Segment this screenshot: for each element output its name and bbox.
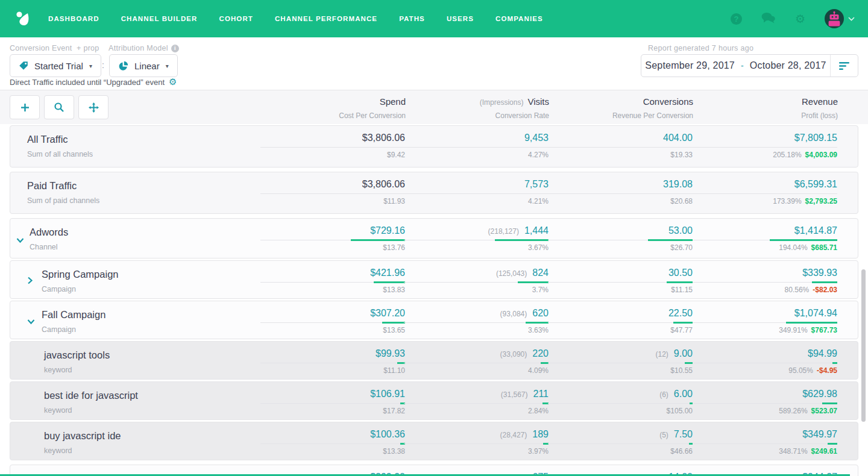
table-row-best-ide-for-javascript[interactable]: best ide for javascript keyword $106.91 … — [10, 381, 858, 420]
nav-item-channel-performance[interactable]: CHANNEL PERFORMANCE — [275, 15, 377, 22]
row-subtitle: Campaign — [42, 285, 119, 293]
row-title: best ide for javascript — [44, 390, 138, 401]
table-row-all-traffic[interactable]: All Traffic Sum of all channels $3,806.0… — [10, 125, 858, 168]
row-title: Spring Campaign — [42, 269, 119, 280]
table-row-spring-campaign[interactable]: Spring Campaign Campaign $421.96 $13.83 … — [10, 260, 858, 299]
move-icon — [89, 102, 99, 113]
nav-item-paths[interactable]: PATHS — [399, 15, 425, 22]
row-subtitle: keyword — [44, 446, 121, 455]
visits-cell: (125,043)824 3.7% — [404, 268, 549, 294]
chevron-down-icon[interactable] — [16, 235, 24, 246]
info-icon[interactable]: i — [171, 45, 179, 52]
search-icon — [54, 102, 64, 112]
pie-chart-icon — [118, 61, 128, 71]
nav-item-dashboard[interactable]: DASHBOARD — [48, 15, 99, 22]
add-prop-link[interactable]: + prop — [77, 44, 99, 52]
avatar[interactable] — [825, 9, 844, 28]
attribution-model-value: Linear — [134, 61, 160, 71]
chevron-down-icon: ▾ — [166, 63, 169, 69]
visits-cell: (28,427)189 3.97% — [404, 429, 549, 456]
table-row-javascript-tools[interactable]: javascript tools keyword $99.93 $11.10 (… — [10, 341, 858, 380]
revenue-cell: $1,074.94 349.91%$767.73 — [693, 308, 837, 334]
chevron-down-icon: ▾ — [89, 63, 92, 69]
revenue-cell: $1,414.87 194.04%$685.71 — [693, 225, 837, 252]
spend-cell: $100.36 $13.38 — [260, 429, 405, 456]
nav-item-channel-builder[interactable]: CHANNEL BUILDER — [121, 15, 198, 22]
conversions-cell: 22.50 $47.77 — [548, 308, 693, 334]
help-icon[interactable]: ? — [731, 13, 742, 25]
chat-icon[interactable] — [761, 12, 776, 26]
conversions-cell: 404.00 $19.33 — [548, 133, 693, 159]
date-range-text: September 29, 2017-October 28, 2017 — [641, 60, 830, 71]
visits-cell: (218,127)1,444 3.67% — [404, 225, 549, 252]
conversions-cell: 30.50 $11.15 — [548, 268, 693, 294]
attribution-logo[interactable] — [13, 8, 34, 29]
move-button[interactable] — [78, 95, 108, 119]
nav-menu: DASHBOARD CHANNEL BUILDER COHORT CHANNEL… — [48, 15, 543, 22]
row-subtitle: Channel — [30, 243, 68, 251]
header-revenue[interactable]: Revenue Profit (loss) — [693, 96, 838, 120]
nav-item-cohort[interactable]: COHORT — [219, 15, 253, 22]
header-spend[interactable]: Spend Cost Per Conversion — [261, 96, 406, 120]
conversions-cell: (5)7.50 $46.66 — [548, 429, 693, 456]
conversion-event-value: Started Trial — [34, 61, 83, 71]
date-filter-icon[interactable] — [830, 55, 858, 77]
revenue-cell: $94.99 95.05%-$4.95 — [693, 348, 837, 375]
attribution-model-label: Attribution Modeli — [108, 44, 179, 52]
row-subtitle: Campaign — [42, 325, 105, 334]
row-title: Adwords — [30, 227, 68, 238]
chevron-down-icon[interactable] — [848, 17, 855, 21]
revenue-cell: $349.97 348.71%$249.61 — [693, 429, 837, 456]
visits-cell: (33,090)220 4.09% — [404, 348, 549, 375]
nav-item-companies[interactable]: COMPANIES — [495, 15, 543, 22]
note-gear-icon[interactable]: ⚙ — [169, 78, 177, 87]
row-subtitle: Sum of paid channels — [27, 196, 99, 205]
visits-cell: (31,567)211 2.84% — [404, 389, 549, 415]
tag-icon — [19, 61, 28, 70]
table-row-buy-javascript-ide[interactable]: buy javascript ide keyword $100.36 $13.3… — [10, 422, 858, 460]
spend-cell: $99.93 $11.10 — [260, 348, 405, 375]
conversion-event-dropdown[interactable]: Started Trial ▾ — [10, 54, 101, 77]
plus-icon — [20, 103, 30, 112]
spend-cell: $3,806.06 $9.42 — [260, 133, 405, 159]
spend-cell: $421.96 $13.83 — [260, 268, 405, 294]
conversions-cell: (6)6.00 $105.00 — [548, 389, 693, 415]
search-button[interactable] — [44, 95, 74, 119]
row-title: Paid Traffic — [27, 180, 99, 192]
spend-cell: $729.16 $13.76 — [260, 225, 405, 252]
header-conversions[interactable]: Conversions Revenue Per Conversion — [549, 96, 693, 120]
conversion-event-label: Conversion Event + prop — [10, 44, 99, 52]
conversions-cell: 53.00 $26.70 — [548, 225, 693, 252]
revenue-cell: $7,809.15 205.18%$4,003.09 — [693, 133, 837, 159]
spend-cell: $106.91 $17.82 — [260, 389, 405, 415]
settings-gear-icon[interactable]: ⚙ — [795, 13, 805, 25]
report-generated-label: Report generated 7 hours ago — [648, 44, 753, 52]
visits-cell: 7,573 4.21% — [404, 179, 549, 205]
revenue-cell: $339.93 80.56%-$82.03 — [693, 268, 837, 294]
table-header-strip: Spend Cost Per Conversion (Impressions)V… — [0, 90, 868, 124]
table-row-adwords[interactable]: Adwords Channel $729.16 $13.76 (218,127)… — [10, 218, 858, 258]
date-range-picker[interactable]: September 29, 2017-October 28, 2017 — [641, 54, 858, 77]
table-row-paid-traffic[interactable]: Paid Traffic Sum of paid channels $3,806… — [10, 172, 858, 214]
chevron-down-icon[interactable] — [27, 316, 35, 327]
chevron-right-icon[interactable] — [27, 276, 33, 287]
table-row-fall-campaign[interactable]: Fall Campaign Campaign $307.20 $13.65 (9… — [10, 301, 858, 339]
revenue-cell: $6,599.31 173.39%$2,793.25 — [693, 179, 837, 205]
nav-item-users[interactable]: USERS — [447, 15, 474, 22]
direct-traffic-note: Direct Traffic included until “Upgraded”… — [10, 78, 177, 87]
row-subtitle: keyword — [44, 366, 110, 374]
add-channel-button[interactable] — [10, 95, 40, 119]
filter-bar: Conversion Event + prop Attribution Mode… — [0, 37, 868, 90]
row-title: buy javascript ide — [44, 430, 121, 442]
visits-cell: (93,084)620 3.63% — [404, 308, 549, 334]
row-subtitle: Sum of all channels — [27, 150, 93, 158]
top-nav: DASHBOARD CHANNEL BUILDER COHORT CHANNEL… — [0, 0, 868, 37]
spend-cell: $307.20 $13.65 — [260, 308, 405, 334]
header-visits[interactable]: (Impressions)Visits Conversion Rate — [404, 96, 549, 120]
attribution-model-dropdown[interactable]: Linear ▾ — [109, 54, 178, 77]
row-title: Fall Campaign — [42, 309, 105, 321]
dropdown-separator: : — [102, 60, 104, 70]
row-title: javascript tools — [44, 349, 110, 361]
vertical-scrollbar[interactable] — [861, 269, 866, 422]
revenue-cell: $629.98 589.26%$523.07 — [693, 389, 837, 415]
